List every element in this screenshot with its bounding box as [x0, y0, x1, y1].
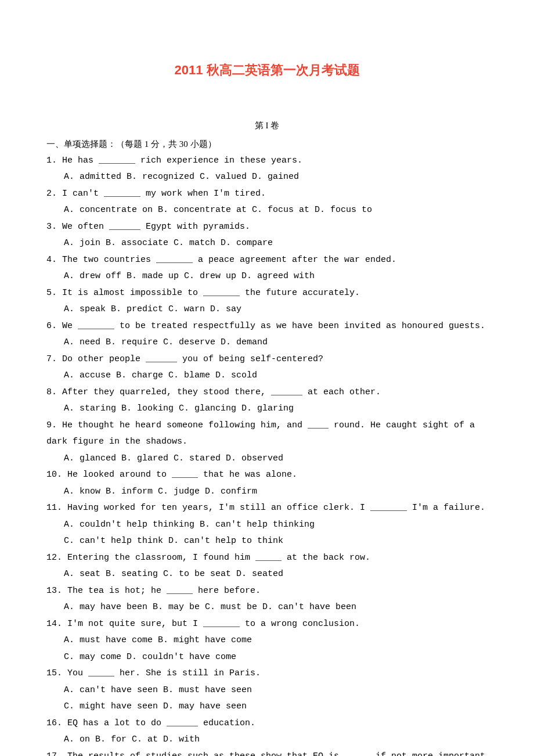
- question-options: A. must have come B. might have come: [46, 632, 488, 649]
- question-options: A. join B. associate C. match D. compare: [46, 235, 488, 252]
- question-options: A. couldn't help thinking B. can't help …: [46, 517, 488, 534]
- question-options: A. need B. require C. deserve D. demand: [46, 334, 488, 351]
- question-options: A. admitted B. recognized C. valued D. g…: [46, 169, 488, 186]
- question-stem: 17. The results of studies such as these…: [46, 748, 488, 756]
- question-options: A. concentrate on B. concentrate at C. f…: [46, 202, 488, 219]
- question-options: A. know B. inform C. judge D. confirm: [46, 484, 488, 501]
- question-stem: 16. EQ has a lot to do ______ education.: [46, 715, 488, 732]
- section-header: 第 I 卷: [46, 117, 488, 134]
- question-stem: 15. You _____ her. She is still in Paris…: [46, 665, 488, 682]
- document-title: 2011 秋高二英语第一次月考试题: [46, 58, 488, 82]
- question-stem: 2. I can't _______ my work when I'm tire…: [46, 186, 488, 203]
- questions-container: 1. He has _______ rich experience in the…: [46, 153, 488, 756]
- question-stem: 3. We often ______ Egypt with pyramids.: [46, 219, 488, 236]
- question-options: A. drew off B. made up C. drew up D. agr…: [46, 268, 488, 285]
- question-options: C. can't help think D. can't help to thi…: [46, 533, 488, 550]
- question-stem: 7. Do other people ______ you of being s…: [46, 351, 488, 368]
- question-stem: 10. He looked around to _____ that he wa…: [46, 467, 488, 484]
- question-options: A. glanced B. glared C. stared D. observ…: [46, 451, 488, 467]
- question-stem: 9. He thought he heard someone following…: [46, 417, 488, 451]
- question-options: A. can't have seen B. must have seen: [46, 682, 488, 699]
- question-options: C. might have seen D. may have seen: [46, 699, 488, 715]
- question-options: A. may have been B. may be C. must be D.…: [46, 599, 488, 616]
- question-stem: 14. I'm not quite sure, but I _______ to…: [46, 616, 488, 633]
- question-options: A. seat B. seating C. to be seat D. seat…: [46, 566, 488, 583]
- question-stem: 8. After they quarreled, they stood ther…: [46, 384, 488, 401]
- question-options: A. on B. for C. at D. with: [46, 732, 488, 748]
- question-stem: 13. The tea is hot; he _____ here before…: [46, 583, 488, 600]
- question-stem: 5. It is almost impossible to _______ th…: [46, 285, 488, 302]
- question-stem: 4. The two countries _______ a peace agr…: [46, 252, 488, 269]
- question-stem: 1. He has _______ rich experience in the…: [46, 153, 488, 170]
- question-options: A. accuse B. charge C. blame D. scold: [46, 368, 488, 384]
- question-options: A. speak B. predict C. warn D. say: [46, 301, 488, 318]
- question-stem: 12. Entering the classroom, I found him …: [46, 550, 488, 567]
- question-options: C. may come D. couldn't have come: [46, 649, 488, 666]
- question-stem: 11. Having worked for ten years, I'm sti…: [46, 500, 488, 517]
- question-stem: 6. We _______ to be treated respectfully…: [46, 318, 488, 335]
- section-instructions: 一、单项选择题：（每题 1 分，共 30 小题）: [46, 136, 488, 153]
- question-options: A. staring B. looking C. glancing D. gla…: [46, 401, 488, 417]
